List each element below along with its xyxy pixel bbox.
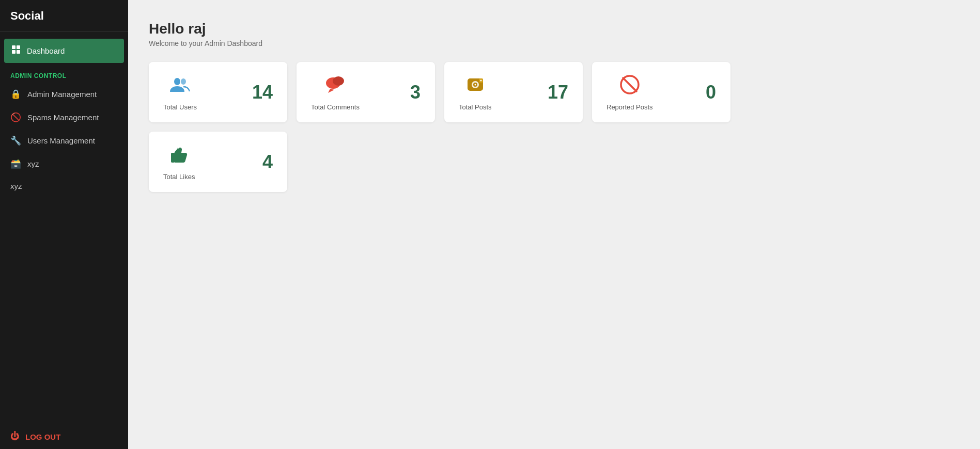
svg-rect-2	[12, 50, 15, 54]
sidebar-item-spams-management-label: Spams Management	[27, 113, 99, 122]
stat-card-comments-left: Total Comments	[311, 73, 360, 111]
stat-reported-value: 0	[706, 82, 716, 103]
stat-card-posts-left: Total Posts	[459, 73, 492, 111]
logout-button[interactable]: ⏻ LOG OUT	[0, 424, 128, 449]
reported-icon	[618, 73, 641, 99]
svg-point-14	[480, 80, 481, 82]
svg-point-4	[174, 78, 180, 85]
svg-marker-7	[328, 89, 334, 93]
stat-posts-value: 17	[548, 82, 568, 103]
stat-card-users-left: Total Users	[163, 73, 197, 111]
sidebar-item-users-management-label: Users Management	[27, 136, 95, 145]
sidebar-item-xyz[interactable]: 🗃️ xyz	[0, 152, 128, 175]
stat-posts-label: Total Posts	[459, 103, 492, 111]
stats-row-2: Total Likes 4	[149, 132, 959, 192]
ban-icon: 🚫	[10, 112, 21, 123]
grid-icon	[11, 45, 21, 57]
stat-card-reported-posts: Reported Posts 0	[592, 62, 730, 122]
stat-card-total-users: Total Users 14	[149, 62, 287, 122]
stat-users-value: 14	[252, 82, 273, 103]
main-content: Hello raj Welcome to your Admin Dashboar…	[128, 0, 980, 449]
sidebar: Social Dashboard ADMIN CONTROL 🔒 Admin M…	[0, 0, 128, 449]
stat-card-total-likes: Total Likes 4	[149, 132, 287, 192]
svg-point-12	[474, 84, 476, 86]
sidebar-item-dashboard-label: Dashboard	[27, 46, 65, 55]
stat-card-likes-left: Total Likes	[163, 143, 195, 181]
inbox-icon: 🗃️	[10, 158, 21, 169]
svg-point-8	[333, 76, 344, 86]
brand-title: Social	[0, 0, 128, 31]
stat-card-total-comments: Total Comments 3	[297, 62, 435, 122]
svg-rect-1	[17, 45, 20, 49]
sidebar-item-users-management[interactable]: 🔧 Users Management	[0, 129, 128, 152]
sidebar-item-spams-management[interactable]: 🚫 Spams Management	[0, 106, 128, 129]
comments-icon	[324, 73, 347, 99]
sidebar-item-admin-management-label: Admin Management	[27, 90, 97, 99]
lock-icon: 🔒	[10, 89, 21, 100]
svg-rect-3	[17, 50, 20, 54]
svg-rect-0	[12, 45, 15, 49]
svg-point-5	[181, 78, 186, 85]
sidebar-item-admin-management[interactable]: 🔒 Admin Management	[0, 83, 128, 106]
sidebar-item-xyz-label: xyz	[27, 159, 39, 168]
stat-comments-label: Total Comments	[311, 103, 360, 111]
wrench-icon: 🔧	[10, 135, 21, 146]
page-subtitle: Welcome to your Admin Dashboard	[149, 39, 959, 47]
page-greeting: Hello raj	[149, 21, 959, 37]
stat-comments-value: 3	[410, 82, 421, 103]
posts-icon	[464, 73, 487, 99]
sidebar-nav: Dashboard ADMIN CONTROL 🔒 Admin Manageme…	[0, 31, 128, 420]
power-icon: ⏻	[10, 431, 19, 442]
stat-users-label: Total Users	[163, 103, 197, 111]
svg-line-16	[623, 78, 636, 91]
svg-rect-17	[171, 153, 175, 163]
sidebar-username: xyz	[0, 175, 128, 197]
stat-likes-value: 4	[262, 151, 273, 173]
users-icon	[169, 73, 192, 99]
likes-icon	[168, 143, 191, 169]
logout-label: LOG OUT	[25, 432, 60, 441]
stat-reported-label: Reported Posts	[606, 103, 653, 111]
stat-likes-label: Total Likes	[163, 173, 195, 181]
sidebar-item-dashboard[interactable]: Dashboard	[4, 39, 124, 63]
stat-card-reported-left: Reported Posts	[606, 73, 653, 111]
stat-card-total-posts: Total Posts 17	[444, 62, 583, 122]
admin-control-label: ADMIN CONTROL	[0, 64, 128, 83]
stats-row-1: Total Users 14 Total Comments 3	[149, 62, 959, 122]
